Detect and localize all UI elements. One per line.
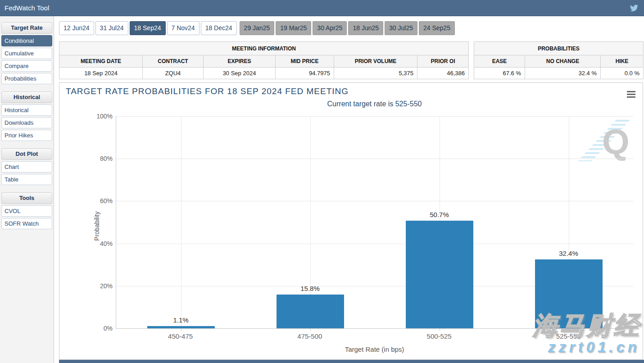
- mid-price-value: 94.7975: [276, 68, 334, 79]
- chart-panel: TARGET RATE PROBABILITIES FOR 18 SEP 202…: [59, 82, 643, 360]
- sidebar-item-prior-hikes[interactable]: Prior Hikes: [1, 130, 52, 141]
- col-meeting-date: MEETING DATE: [59, 55, 143, 68]
- chart-menu-icon[interactable]: [627, 91, 635, 99]
- x-tick: [310, 328, 311, 331]
- sidebar: Target Rate Conditional Cumulative Compa…: [0, 16, 54, 363]
- category-475-500: 15.8%: [245, 116, 375, 328]
- bar-value-label: 1.1%: [173, 316, 188, 324]
- x-tick-label: 450-475: [116, 332, 245, 340]
- x-tick-label: 500-525: [375, 332, 504, 340]
- col-hike: HIKE: [601, 55, 644, 68]
- sidebar-item-chart[interactable]: Chart: [1, 161, 52, 172]
- app-header: FedWatch Tool: [0, 0, 644, 16]
- tab-19-mar25[interactable]: 19 Mar25: [276, 21, 311, 35]
- category-525-550: 32.4%: [504, 116, 633, 328]
- y-tick-label: 0%: [91, 325, 113, 332]
- sidebar-item-historical[interactable]: Historical: [1, 104, 52, 116]
- sidebar-section-dot-plot: Dot Plot: [1, 148, 52, 160]
- x-tick-label: 475-500: [245, 332, 374, 340]
- tab-29-jan25[interactable]: 29 Jan25: [240, 21, 275, 35]
- y-axis-title: Probability: [93, 206, 100, 246]
- col-contract: CONTRACT: [143, 55, 204, 68]
- hike-value: 0.0 %: [601, 68, 644, 79]
- col-prior-oi: PRIOR OI: [417, 55, 469, 68]
- tab-18-jun25[interactable]: 18 Jun25: [348, 21, 383, 35]
- bar-500-525[interactable]: [406, 221, 473, 328]
- sidebar-section-historical: Historical: [1, 91, 52, 103]
- prior-volume-value: 5,375: [334, 68, 417, 79]
- twitter-icon[interactable]: [630, 4, 639, 12]
- site-watermark-url: zzrt01.cn: [548, 339, 640, 356]
- bar-475-500[interactable]: [277, 295, 344, 328]
- no-change-value: 32.4 %: [525, 68, 601, 79]
- sidebar-item-cumulative[interactable]: Cumulative: [1, 48, 52, 59]
- tab-7-nov24[interactable]: 7 Nov24: [167, 21, 200, 35]
- meeting-tabs: 12 Jun24 31 Jul24 18 Sep24 7 Nov24 18 De…: [59, 21, 456, 35]
- tab-31-jul24[interactable]: 31 Jul24: [95, 21, 128, 35]
- expires-value: 30 Sep 2024: [204, 68, 276, 79]
- tab-30-apr25[interactable]: 30 Apr25: [313, 21, 347, 35]
- y-tick-label: 100%: [91, 113, 113, 120]
- sidebar-item-cvol[interactable]: CVOL: [1, 205, 52, 217]
- probabilities-title: PROBABILITIES: [474, 42, 644, 55]
- plot-area: 100% 80% 60% 40% 20% 0% Probability 1.1%…: [116, 116, 633, 329]
- col-no-change: NO CHANGE: [525, 55, 601, 68]
- sidebar-item-downloads[interactable]: Downloads: [1, 117, 52, 128]
- chart-subtitle: Current target rate is 525-550: [116, 100, 633, 108]
- sidebar-item-conditional[interactable]: Conditional: [1, 35, 52, 46]
- y-tick-label: 60%: [91, 197, 113, 204]
- prior-oi-value: 46,386: [417, 68, 469, 79]
- col-ease: EASE: [474, 55, 525, 68]
- sidebar-section-target-rate: Target Rate: [1, 22, 52, 34]
- chart-title: TARGET RATE PROBABILITIES FOR 18 SEP 202…: [66, 86, 349, 96]
- bar-value-label: 15.8%: [300, 285, 320, 292]
- sidebar-item-probabilities[interactable]: Probabilities: [1, 73, 52, 84]
- col-expires: EXPIRES: [204, 55, 276, 68]
- app-title: FedWatch Tool: [0, 4, 49, 12]
- ease-value: 67.6 %: [474, 68, 525, 79]
- bar-450-475[interactable]: [147, 326, 215, 328]
- category-500-525: 50.7%: [375, 116, 504, 328]
- meeting-info-title: MEETING INFORMATION: [59, 42, 469, 55]
- meeting-info-table: MEETING INFORMATION MEETING DATE CONTRAC…: [59, 41, 469, 79]
- footer-bar: [59, 360, 644, 363]
- x-tick: [181, 328, 181, 331]
- tab-24-sep25[interactable]: 24 Sep25: [419, 21, 455, 35]
- col-mid-price: MID PRICE: [276, 55, 334, 68]
- tab-12-jun24[interactable]: 12 Jun24: [59, 21, 94, 35]
- category-450-475: 1.1%: [116, 116, 245, 328]
- tab-18-sep24[interactable]: 18 Sep24: [130, 21, 166, 35]
- bar-value-label: 50.7%: [430, 211, 449, 218]
- fedwatch-page: FedWatch Tool Target Rate Conditional Cu…: [0, 0, 644, 363]
- col-prior-volume: PRIOR VOLUME: [334, 55, 417, 68]
- site-watermark-name: 海马财经: [533, 309, 641, 343]
- y-tick-label: 80%: [91, 155, 113, 162]
- sidebar-item-compare[interactable]: Compare: [1, 60, 52, 72]
- probabilities-table: PROBABILITIES EASE NO CHANGE HIKE 67.6 %…: [474, 41, 644, 79]
- contract-value: ZQU4: [143, 68, 204, 79]
- x-tick: [440, 328, 440, 331]
- sidebar-item-table[interactable]: Table: [1, 174, 52, 185]
- sidebar-section-tools: Tools: [1, 192, 52, 204]
- meeting-date-value: 18 Sep 2024: [59, 68, 143, 79]
- sidebar-item-sofr-watch[interactable]: SOFR Watch: [1, 218, 52, 229]
- tab-18-dec24[interactable]: 18 Dec24: [201, 21, 237, 35]
- bar-value-label: 32.4%: [559, 250, 578, 257]
- bar-series: 1.1% 15.8% 50.7% 32.4%: [116, 116, 633, 328]
- tab-30-jul25[interactable]: 30 Jul25: [385, 21, 417, 35]
- y-tick-label: 20%: [91, 282, 113, 290]
